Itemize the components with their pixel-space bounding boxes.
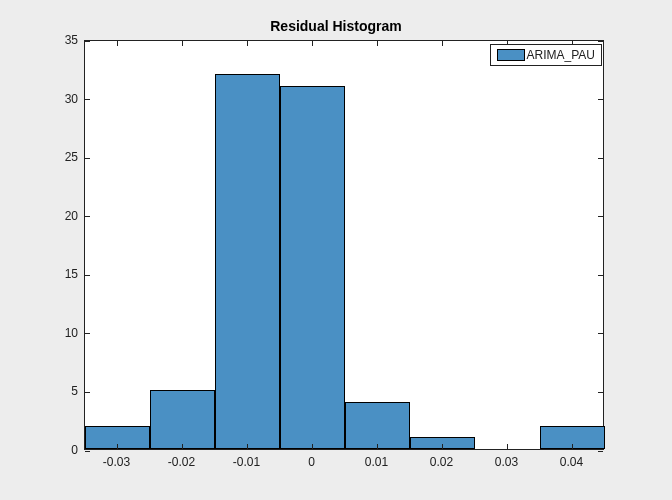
- x-tick: [182, 41, 183, 46]
- y-tick: [598, 158, 603, 159]
- x-tick-label: -0.02: [168, 455, 195, 469]
- histogram-bar: [150, 390, 215, 449]
- legend-swatch: [497, 49, 525, 61]
- y-tick: [598, 333, 603, 334]
- y-tick: [85, 275, 90, 276]
- x-tick: [442, 444, 443, 449]
- y-tick-label: 0: [38, 443, 78, 457]
- y-tick: [85, 392, 90, 393]
- y-tick: [598, 451, 603, 452]
- y-tick-label: 10: [38, 326, 78, 340]
- chart-title: Residual Histogram: [0, 18, 672, 34]
- y-tick-label: 25: [38, 150, 78, 164]
- legend-entry: ARIMA_PAU: [497, 48, 595, 62]
- axes: [84, 40, 604, 450]
- y-tick: [598, 41, 603, 42]
- x-tick: [377, 444, 378, 449]
- y-tick: [85, 451, 90, 452]
- x-tick: [312, 444, 313, 449]
- y-tick: [598, 392, 603, 393]
- legend: ARIMA_PAU: [490, 44, 602, 66]
- y-tick-label: 35: [38, 33, 78, 47]
- y-tick: [598, 216, 603, 217]
- x-tick: [182, 444, 183, 449]
- y-tick: [85, 41, 90, 42]
- y-tick: [598, 99, 603, 100]
- y-tick: [85, 333, 90, 334]
- x-tick: [312, 41, 313, 46]
- y-tick: [598, 275, 603, 276]
- y-tick-label: 5: [38, 384, 78, 398]
- y-tick-label: 30: [38, 92, 78, 106]
- x-tick: [442, 41, 443, 46]
- legend-label: ARIMA_PAU: [527, 48, 595, 62]
- x-tick: [572, 444, 573, 449]
- y-tick: [85, 216, 90, 217]
- histogram-bar: [280, 86, 345, 449]
- x-tick-label: 0.02: [430, 455, 453, 469]
- x-tick: [247, 444, 248, 449]
- x-tick-label: 0: [308, 455, 315, 469]
- y-tick-label: 20: [38, 209, 78, 223]
- x-tick: [117, 444, 118, 449]
- x-tick: [377, 41, 378, 46]
- x-tick-label: -0.01: [233, 455, 260, 469]
- histogram-bar: [345, 402, 410, 449]
- x-tick-label: 0.04: [560, 455, 583, 469]
- figure: Residual Histogram ARIMA_PAU 05101520253…: [0, 0, 672, 500]
- x-tick-label: 0.03: [495, 455, 518, 469]
- x-tick-label: 0.01: [365, 455, 388, 469]
- histogram-bar: [215, 74, 280, 449]
- y-tick: [85, 158, 90, 159]
- x-tick: [507, 444, 508, 449]
- x-tick: [117, 41, 118, 46]
- x-tick: [247, 41, 248, 46]
- y-tick-label: 15: [38, 267, 78, 281]
- y-tick: [85, 99, 90, 100]
- x-tick-label: -0.03: [103, 455, 130, 469]
